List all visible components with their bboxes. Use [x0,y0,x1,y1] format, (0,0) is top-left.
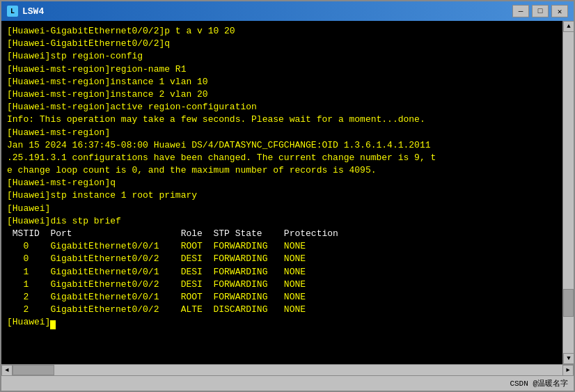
terminal-container: [Huawei-GigabitEthernet0/0/2]p t a v 10 … [1,21,574,364]
titlebar: L LSW4 — □ ✕ [1,1,574,21]
statusbar: CSDN @温暖名字 [1,375,574,391]
brand-label: CSDN @温暖名字 [510,378,568,389]
scroll-up-button[interactable]: ▲ [563,21,574,32]
scrollbar-track[interactable] [563,32,574,353]
scroll-right-button[interactable]: ► [562,365,574,376]
app-icon: L [7,6,18,17]
window-title: LSW4 [22,6,44,17]
scroll-down-button[interactable]: ▼ [563,353,574,364]
h-scrollbar-thumb[interactable] [13,365,54,375]
close-button[interactable]: ✕ [551,5,568,17]
horizontal-scrollbar[interactable]: ◄ ► [1,364,574,375]
h-scrollbar-track[interactable] [13,365,562,375]
maximize-button[interactable]: □ [532,5,549,17]
scroll-left-button[interactable]: ◄ [1,365,13,376]
titlebar-left: L LSW4 [7,6,44,17]
scrollbar-thumb[interactable] [563,289,574,317]
window-controls: — □ ✕ [512,5,568,17]
terminal-output[interactable]: [Huawei-GigabitEthernet0/0/2]p t a v 10 … [1,21,562,364]
window: L LSW4 — □ ✕ [Huawei-GigabitEthernet0/0/… [0,0,575,392]
minimize-button[interactable]: — [512,5,529,17]
vertical-scrollbar[interactable]: ▲ ▼ [562,21,574,364]
